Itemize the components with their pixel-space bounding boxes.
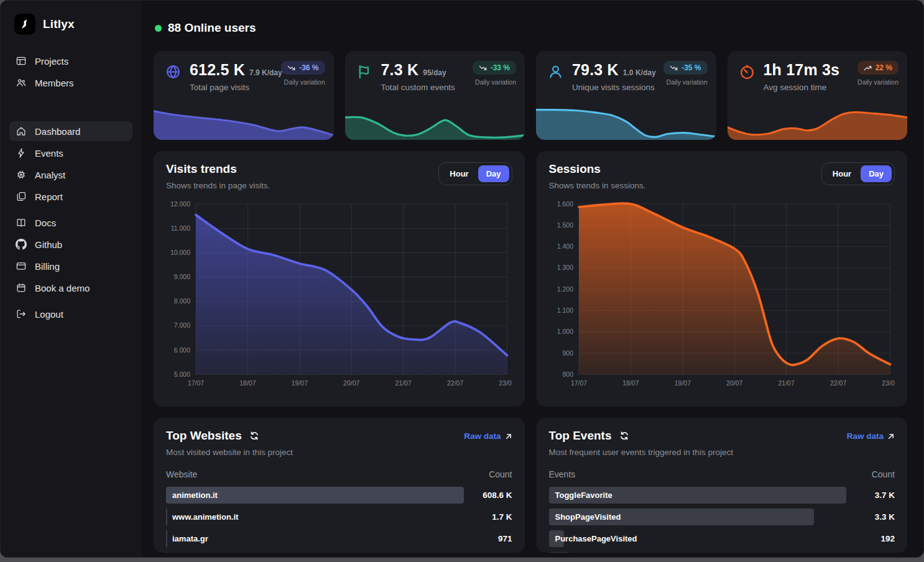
badge-value: 22 % (875, 63, 892, 72)
arrow-up-right-icon (887, 433, 895, 440)
raw-data-link[interactable]: Raw data (464, 431, 512, 441)
sidebar-item-label: Logout (35, 309, 63, 320)
row-label: iamata.gr (172, 530, 208, 547)
table-row[interactable]: ShopPageVisited3.3 K (549, 509, 895, 525)
lightning-icon (16, 147, 27, 159)
panel-top-websites: Top WebsitesMost visited website in this… (154, 418, 525, 553)
stat-card-avg-session-time: 1h 17m 3sAvg session time22 %Daily varia… (728, 51, 908, 140)
stat-rate: 95/day (423, 68, 446, 77)
table-row-partial (166, 552, 512, 553)
sidebar-item-book-a-demo[interactable]: Book a demo (9, 278, 132, 298)
column-count: Count (846, 469, 895, 479)
stat-label: Avg session time (764, 83, 857, 92)
table-header: WebsiteCount (166, 469, 512, 479)
toggle-day[interactable]: Day (861, 165, 892, 182)
panel-title-wrap: Visits trendsShows trends in page visits… (166, 162, 270, 190)
svg-text:900: 900 (562, 349, 573, 356)
sidebar-item-logout[interactable]: Logout (9, 304, 132, 324)
refresh-icon[interactable] (619, 431, 629, 441)
raw-data-link[interactable]: Raw data (847, 431, 895, 441)
panel-visits-trends: Visits trendsShows trends in page visits… (154, 151, 525, 407)
svg-text:18/07: 18/07 (239, 379, 256, 387)
daily-variation-badge: 22 % (857, 61, 899, 75)
app-window: Litlyx ProjectsMembersDashboardEventsAna… (0, 0, 924, 558)
stat-rate: 7.9 K/day (249, 68, 282, 77)
sidebar-item-members[interactable]: Members (9, 73, 132, 93)
panel-subtitle: Most frequent user events triggered in t… (549, 448, 733, 457)
sidebar-item-analyst[interactable]: Analyst (9, 165, 132, 185)
svg-text:10.000: 10.000 (170, 249, 190, 256)
stat-value: 7.3 K (381, 61, 419, 79)
column-website: Website (166, 469, 464, 479)
row-bar (166, 530, 167, 547)
main-content: 88 Online users 612.5 K7.9 K/dayTotal pa… (141, 1, 923, 557)
arrow-up-right-icon (505, 433, 512, 440)
sidebar-item-dashboard[interactable]: Dashboard (9, 121, 132, 141)
svg-text:20/07: 20/07 (343, 379, 359, 387)
table-row[interactable]: iamata.gr971 (166, 530, 512, 547)
refresh-icon[interactable] (249, 431, 259, 441)
daily-variation-badge: -35 % (663, 61, 707, 75)
svg-text:19/07: 19/07 (292, 379, 308, 387)
stat-badge-col: 22 %Daily variation (857, 61, 899, 86)
sidebar-item-events[interactable]: Events (9, 143, 132, 163)
panel-title: Top Events (549, 429, 612, 443)
sidebar-item-report[interactable]: Report (9, 187, 132, 206)
row-count: 3.7 K (846, 491, 895, 500)
globe-icon (165, 63, 182, 80)
row-label: PurchasePageVisited (555, 530, 637, 547)
toggle-day[interactable]: Day (478, 165, 509, 182)
svg-text:5.000: 5.000 (174, 371, 190, 378)
svg-text:1.400: 1.400 (557, 242, 573, 250)
sidebar-item-docs[interactable]: Docs (9, 213, 132, 233)
panel-subtitle: Shows trends in sessions. (549, 181, 646, 190)
chart-panels-row: Visits trendsShows trends in page visits… (154, 151, 907, 407)
row-bar (549, 552, 570, 553)
stat-value: 1h 17m 3s (764, 61, 840, 79)
row-count: 1.7 K (464, 512, 512, 522)
svg-text:20/07: 20/07 (726, 379, 742, 387)
table-row[interactable]: www.animetion.it1.7 K (166, 509, 512, 525)
sidebar-nav: ProjectsMembersDashboardEventsAnalystRep… (9, 51, 132, 324)
sidebar-item-label: Billing (35, 261, 60, 272)
svg-text:23/07: 23/07 (882, 379, 895, 387)
row-bar (166, 552, 168, 553)
row-bar-track: animetion.it (166, 487, 464, 504)
row-label: ToggleFavorite (555, 487, 612, 504)
row-bar-track: PurchasePageVisited (549, 530, 847, 547)
stat-card-head: 79.3 K1.0 K/dayUnique visits sessions-35… (536, 51, 716, 92)
table-row[interactable]: ToggleFavorite3.7 K (549, 487, 895, 504)
svg-text:1.500: 1.500 (557, 221, 573, 229)
visits-trends-chart: 12.00011.00010.0009.0008.0007.0006.0005.… (166, 198, 512, 389)
toggle-hour[interactable]: Hour (825, 165, 859, 182)
table-row[interactable]: PurchasePageVisited192 (549, 530, 895, 547)
sidebar-item-github[interactable]: Github (9, 234, 132, 254)
daily-variation-badge: -36 % (281, 61, 325, 75)
panel-title: Sessions (549, 162, 646, 177)
svg-text:21/07: 21/07 (395, 379, 411, 387)
panel-head: Visits trendsShows trends in page visits… (166, 162, 512, 190)
panel-title: Top Websites (166, 429, 242, 443)
stat-cards-row: 612.5 K7.9 K/dayTotal page visits-36 %Da… (154, 51, 907, 140)
online-users-label: 88 Online users (168, 21, 256, 35)
stat-card-main: 1h 17m 3sAvg session time (764, 61, 857, 92)
row-label: www.animetion.it (172, 509, 238, 525)
sidebar-group: DocsGithubBillingBook a demo (9, 213, 132, 298)
stat-value-row: 7.3 K95/day (381, 61, 473, 79)
stat-sparkline (345, 101, 525, 140)
sessions-chart: 1.6001.5001.4001.3001.2001.1001.00090080… (549, 198, 895, 389)
logout-icon (16, 308, 27, 320)
stat-value-row: 612.5 K7.9 K/day (190, 61, 281, 79)
sidebar-item-billing[interactable]: Billing (9, 256, 132, 276)
chart-holder: 1.6001.5001.4001.3001.2001.1001.00090080… (549, 198, 895, 389)
sidebar-item-projects[interactable]: Projects (9, 51, 132, 71)
table-row[interactable]: animetion.it608.6 K (166, 487, 512, 504)
table-panels-row: Top WebsitesMost visited website in this… (154, 418, 907, 553)
svg-text:23/07: 23/07 (499, 379, 512, 387)
toggle-hour[interactable]: Hour (441, 165, 476, 182)
stat-sparkline (536, 101, 716, 140)
home-icon (16, 126, 27, 137)
stat-rate: 1.0 K/day (623, 68, 656, 77)
sidebar-group: ProjectsMembers (9, 51, 132, 93)
sidebar-item-label: Projects (35, 56, 68, 67)
